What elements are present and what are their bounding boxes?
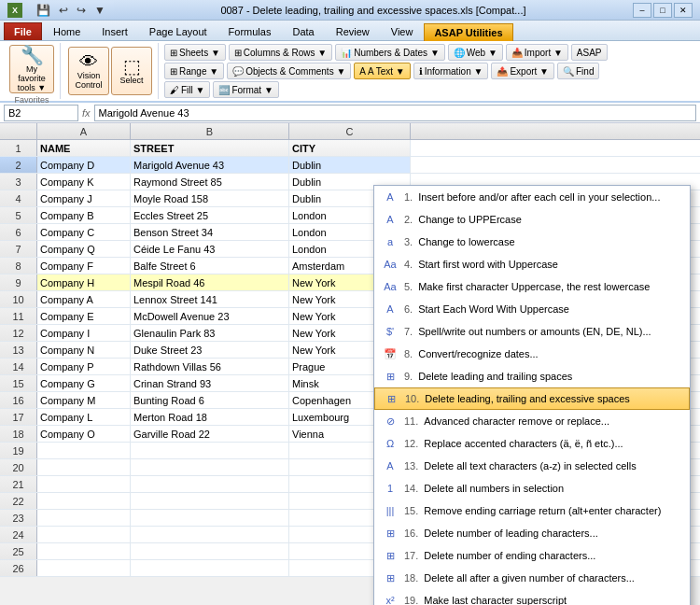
cell-name[interactable]: Company H [37,274,131,290]
cell-name[interactable]: Company J [37,190,131,206]
qat-dropdown-button[interactable]: ▼ [91,3,108,18]
tab-asap-utilities[interactable]: ASAP Utilities [424,23,512,41]
cell-street[interactable]: Balfe Street 6 [131,258,289,274]
menu-item-9[interactable]: ⊞ 9. Delete leading and trailing spaces [374,365,690,387]
minimize-button[interactable]: – [633,3,651,18]
cell-street[interactable]: Mespil Road 46 [131,274,289,290]
range-button[interactable]: ⊞ Range ▼ [164,63,224,79]
numbers-dates-button[interactable]: 📊 Numbers & Dates ▼ [335,44,445,61]
cell-street[interactable]: Rathdown Villas 56 [131,359,289,374]
cell-street[interactable] [131,560,289,576]
web-button[interactable]: 🌐 Web ▼ [448,44,503,61]
menu-item-19[interactable]: x² 19. Make last character superscript [374,589,690,605]
menu-item-4[interactable]: Aa 4. Start first word with Uppercase [374,253,690,275]
menu-item-11[interactable]: ⊘ 11. Advanced character remove or repla… [374,410,690,432]
cell-name[interactable] [37,560,131,576]
select-button[interactable]: ⬚ Select [111,47,152,95]
cell-name[interactable]: Company E [37,308,131,324]
cell-name[interactable]: Company P [37,359,131,374]
vision-control-button[interactable]: 👁 VisionControl [68,47,109,95]
tab-home[interactable]: Home [43,22,91,40]
cell-name[interactable]: Company C [37,224,131,240]
menu-item-1[interactable]: A 1. Insert before and/or after each cel… [374,186,690,208]
cell-street[interactable]: Duke Street 23 [131,342,289,358]
menu-item-10[interactable]: ⊞ 10. Delete leading, trailing and exces… [374,387,690,410]
cell-name[interactable]: Company I [37,325,131,341]
cell-city[interactable]: CITY [289,140,411,156]
tab-review[interactable]: Review [326,22,380,40]
cell-street[interactable] [131,459,289,475]
cell-name[interactable]: Company F [37,258,131,274]
cell-street[interactable]: Bunting Road 6 [131,392,289,408]
cell-street[interactable] [131,443,289,458]
menu-item-12[interactable]: Ω 12. Replace accented characters (ä, ë,… [374,432,690,455]
text-button[interactable]: A A Text ▼ [354,63,410,79]
find-button[interactable]: 🔍 Find [557,63,599,79]
columns-rows-button[interactable]: ⊞ Columns & Rows ▼ [229,44,332,61]
cell-name[interactable] [37,527,131,542]
tab-insert[interactable]: Insert [91,22,138,40]
redo-qat-button[interactable]: ↪ [74,3,89,18]
menu-item-6[interactable]: A 6. Start Each Word With Uppercase [374,298,690,320]
cell-name[interactable]: Company K [37,174,131,190]
close-button[interactable]: ✕ [674,3,693,18]
cell-street[interactable] [131,510,289,526]
asap-button[interactable]: ASAP [571,44,608,61]
tab-formulas[interactable]: Formulas [218,22,282,40]
cell-street[interactable]: Céide Le Fanu 43 [131,241,289,257]
menu-item-18[interactable]: ⊞ 18. Delete all after a given number of… [374,567,690,589]
menu-item-15[interactable]: ||| 15. Remove ending carriage return (a… [374,499,690,522]
objects-comments-button[interactable]: 💬 Objects & Comments ▼ [227,63,351,79]
cell-name[interactable]: Company M [37,392,131,408]
fill-button[interactable]: 🖌 Fill ▼ [164,81,210,98]
cell-name[interactable]: Company B [37,207,131,223]
cell-name[interactable]: Company A [37,291,131,307]
cell-street[interactable] [131,527,289,542]
menu-item-16[interactable]: ⊞ 16. Delete number of leading character… [374,522,690,544]
information-button[interactable]: ℹ Information ▼ [413,63,489,79]
cell-name[interactable] [37,510,131,526]
menu-item-17[interactable]: ⊞ 17. Delete number of ending characters… [374,544,690,567]
cell-reference-input[interactable] [4,105,78,121]
cell-street[interactable]: Raymond Street 85 [131,174,289,190]
cell-name[interactable] [37,459,131,475]
menu-item-8[interactable]: 📅 8. Convert/recognize dates... [374,343,690,365]
cell-street[interactable] [131,476,289,492]
cell-city[interactable]: Dublin [289,157,411,173]
import-button[interactable]: 📥 Import ▼ [506,44,568,61]
cell-name[interactable]: NAME [37,140,131,156]
cell-name[interactable]: Company L [37,409,131,425]
maximize-button[interactable]: □ [653,3,672,18]
cell-name[interactable]: Company O [37,426,131,442]
export-button[interactable]: 📤 Export ▼ [491,63,554,79]
cell-street[interactable]: Glenaulin Park 83 [131,325,289,341]
cell-street[interactable] [131,543,289,559]
cell-name[interactable]: Company N [37,342,131,358]
undo-qat-button[interactable]: ↩ [56,3,71,18]
format-button[interactable]: 🔤 Format ▼ [213,81,278,98]
formula-input[interactable] [94,105,696,121]
sheets-button[interactable]: ⊞ Sheets ▼ [164,44,226,61]
cell-street[interactable]: Garville Road 22 [131,426,289,442]
menu-item-14[interactable]: 1 14. Delete all numbers in selection [374,477,690,499]
cell-name[interactable]: Company Q [37,241,131,257]
cell-name[interactable] [37,493,131,509]
cell-name[interactable]: Company D [37,157,131,173]
cell-street[interactable]: STREET [131,140,289,156]
cell-street[interactable]: Marigold Avenue 43 [131,157,289,173]
save-qat-button[interactable]: 💾 [34,3,53,18]
cell-name[interactable] [37,476,131,492]
tab-file[interactable]: File [4,22,42,40]
cell-name[interactable] [37,443,131,458]
tab-page-layout[interactable]: Page Layout [139,22,217,40]
cell-street[interactable]: Merton Road 18 [131,409,289,425]
menu-item-2[interactable]: A 2. Change to UPPErcase [374,208,690,231]
cell-street[interactable]: Lennox Street 141 [131,291,289,307]
cell-street[interactable]: Benson Street 34 [131,224,289,240]
cell-name[interactable] [37,543,131,559]
cell-name[interactable]: Company G [37,375,131,391]
cell-street[interactable] [131,493,289,509]
menu-item-7[interactable]: $' 7. Spell/write out numbers or amounts… [374,320,690,343]
cell-street[interactable]: Moyle Road 158 [131,190,289,206]
favorites-button[interactable]: 🔧 My favoritetools ▼ [9,45,54,93]
